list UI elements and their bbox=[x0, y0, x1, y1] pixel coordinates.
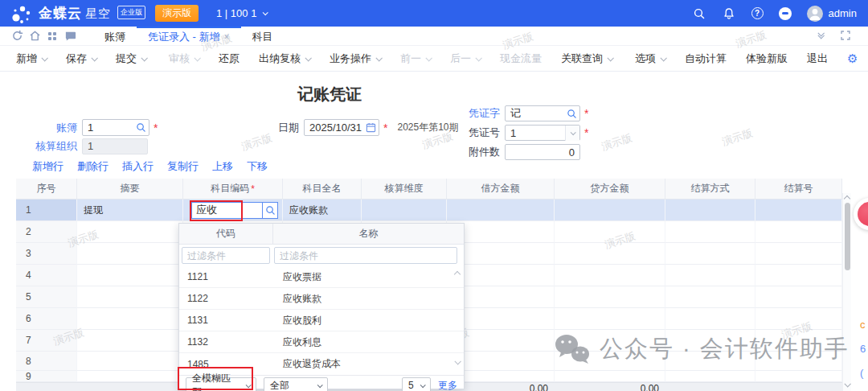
notifications-bell-icon[interactable] bbox=[722, 6, 736, 21]
voucher-toolbar: 新增 保存 提交 审核 还原 出纳复核 业务操作 前一 后一 现金流量 关联查询… bbox=[0, 46, 868, 72]
summary-cell[interactable]: 提现 bbox=[77, 200, 183, 221]
auto-calculate-button[interactable]: 自动计算 bbox=[685, 51, 727, 66]
scroll-up-icon[interactable] bbox=[844, 196, 850, 202]
page-title: 记账凭证 bbox=[249, 84, 410, 105]
name-filter-input[interactable] bbox=[274, 247, 457, 264]
lookup-option[interactable]: 1122 应收账款 bbox=[179, 288, 464, 310]
sync-icon[interactable] bbox=[8, 27, 26, 46]
ledger-label: 账簿 bbox=[23, 121, 77, 135]
cashier-review-button[interactable]: 出纳复核 bbox=[259, 51, 310, 66]
search-icon[interactable] bbox=[692, 6, 706, 21]
column-header: 摘要 bbox=[77, 179, 183, 200]
voucher-number-row: 凭证号 * bbox=[450, 125, 588, 141]
row-seq: 7 bbox=[16, 330, 77, 352]
table-header-row: 序号 摘要 科目编码* 科目全名 核算维度 借方金额 贷方金额 结算方式 结算号 bbox=[16, 179, 842, 200]
restore-button[interactable]: 还原 bbox=[219, 51, 240, 66]
row-seq: 6 bbox=[16, 308, 77, 330]
attachments-label: 附件数 bbox=[450, 145, 500, 159]
calendar-icon[interactable] bbox=[366, 122, 376, 135]
tab-voucher-entry[interactable]: 凭证录入 - 新增 × bbox=[137, 27, 241, 46]
collapse-double-chevron-icon[interactable] bbox=[818, 34, 823, 39]
delete-row-link[interactable]: 删除行 bbox=[77, 159, 108, 174]
row-seq: 5 bbox=[16, 286, 77, 308]
scope-select[interactable]: 全部 bbox=[264, 377, 328, 391]
related-query-button[interactable]: 关联查询 bbox=[561, 51, 612, 66]
chevron-down-icon bbox=[420, 382, 426, 388]
chevron-down-icon bbox=[305, 55, 311, 61]
scroll-down-icon[interactable] bbox=[844, 381, 850, 387]
help-icon[interactable]: ? bbox=[751, 7, 764, 19]
tab-bar-tools bbox=[818, 29, 860, 43]
save-button[interactable]: 保存 bbox=[66, 51, 96, 66]
required-marker: * bbox=[584, 126, 588, 139]
table-row[interactable]: 1 提现 应收账款 bbox=[16, 200, 842, 221]
date-field-row: 日期 * 2025年第10期 bbox=[259, 119, 459, 136]
move-down-link[interactable]: 下移 bbox=[247, 159, 268, 174]
match-mode-select[interactable]: 全模糊匹配 bbox=[186, 377, 256, 391]
brand-light: 星空 bbox=[85, 6, 111, 22]
page-size-select[interactable]: 5 bbox=[402, 377, 431, 391]
column-header: 贷方金额 bbox=[555, 179, 665, 200]
chevron-down-icon bbox=[607, 55, 613, 61]
submit-button[interactable]: 提交 bbox=[116, 51, 146, 66]
home-icon[interactable] bbox=[26, 27, 43, 46]
next-button: 后一 bbox=[450, 51, 481, 66]
lookup-option[interactable]: 1131 应收股利 bbox=[179, 310, 464, 331]
avatar[interactable] bbox=[807, 6, 823, 22]
ledger-field-row: 账簿 * bbox=[23, 119, 158, 136]
row-seq: 1 bbox=[16, 200, 77, 221]
copy-row-link[interactable]: 复制行 bbox=[167, 159, 199, 174]
column-header: 序号 bbox=[16, 179, 77, 200]
scrollbar-thumb[interactable] bbox=[845, 203, 850, 270]
column-header: 科目全名 bbox=[283, 179, 362, 200]
business-operation-button[interactable]: 业务操作 bbox=[330, 51, 381, 66]
voucher-word-row: 凭证字 * bbox=[450, 105, 588, 121]
demo-watermark: 演示版 bbox=[720, 126, 755, 149]
attachments-input[interactable] bbox=[505, 144, 580, 160]
chevron-down-icon bbox=[246, 382, 252, 388]
required-marker: * bbox=[584, 107, 588, 120]
move-up-link[interactable]: 上移 bbox=[212, 159, 233, 174]
organization-selector[interactable]: 1 | 100 1 bbox=[216, 7, 267, 19]
floating-widget-button[interactable] bbox=[854, 198, 868, 230]
more-link[interactable]: 更多 bbox=[438, 379, 457, 391]
credit-total: 0.00 bbox=[555, 383, 665, 391]
account-code-input[interactable] bbox=[191, 202, 262, 219]
fullscreen-icon[interactable] bbox=[841, 29, 850, 43]
insert-row-link[interactable]: 插入行 bbox=[122, 159, 154, 174]
username[interactable]: admin bbox=[829, 7, 857, 19]
column-header: 结算号 bbox=[755, 179, 842, 200]
lookup-magnifier-icon[interactable] bbox=[136, 122, 146, 135]
chevron-down-icon bbox=[375, 55, 382, 61]
try-new-version-button[interactable]: 体验新版 bbox=[746, 51, 788, 66]
previous-button: 前一 bbox=[400, 51, 431, 66]
clipped-widget-fragment: ( bbox=[860, 367, 863, 379]
row-seq: 8 bbox=[16, 352, 77, 371]
column-header: 结算方式 bbox=[665, 179, 755, 200]
options-button[interactable]: 选项 bbox=[635, 51, 665, 66]
lookup-option[interactable]: 1132 应收利息 bbox=[179, 331, 464, 353]
settings-gear-icon[interactable]: ⚙ bbox=[847, 51, 858, 66]
column-header: 科目编码* bbox=[183, 179, 283, 200]
code-filter-input[interactable] bbox=[182, 247, 270, 264]
new-button[interactable]: 新增 bbox=[16, 51, 47, 66]
vertical-scrollbar[interactable] bbox=[842, 193, 851, 391]
lookup-option[interactable]: 1121 应收票据 bbox=[179, 266, 464, 288]
add-row-link[interactable]: 新增行 bbox=[32, 159, 63, 174]
do-not-disturb-icon[interactable] bbox=[779, 7, 792, 20]
voucher-word-label: 凭证字 bbox=[450, 106, 500, 121]
lookup-magnifier-icon[interactable] bbox=[262, 202, 278, 219]
exit-button[interactable]: 退出 bbox=[807, 51, 828, 66]
date-label: 日期 bbox=[259, 121, 299, 135]
select-chevron-icon[interactable] bbox=[565, 126, 579, 141]
close-icon[interactable]: × bbox=[224, 31, 230, 43]
tab-accounts[interactable]: 科目 bbox=[241, 27, 285, 46]
lookup-magnifier-icon[interactable] bbox=[567, 109, 577, 121]
row-seq: 9 bbox=[16, 371, 77, 382]
tab-ledger[interactable]: 账簿 bbox=[93, 27, 137, 46]
chevron-down-icon bbox=[660, 55, 666, 61]
brand-bold: 金蝶云 bbox=[39, 4, 82, 23]
apps-grid-icon[interactable] bbox=[43, 27, 61, 46]
message-icon[interactable] bbox=[61, 27, 79, 46]
account-code-cell[interactable] bbox=[183, 200, 283, 221]
